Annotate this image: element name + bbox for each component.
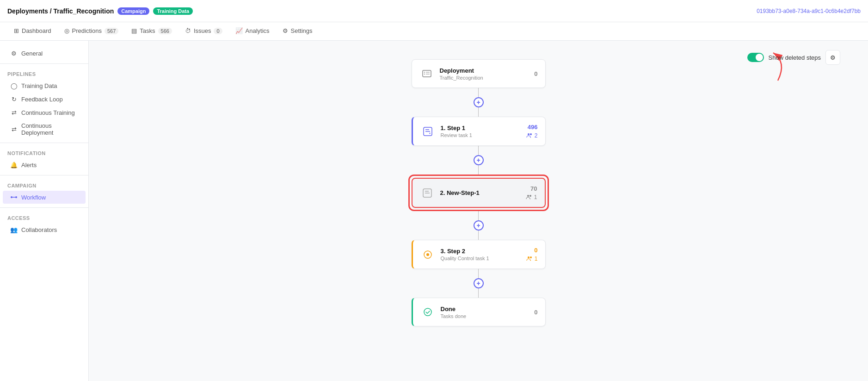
sidebar-cd-label: Continuous Deployment: [21, 122, 78, 136]
tasks-icon: ▤: [131, 27, 137, 34]
done-title: Done: [441, 306, 529, 312]
step3-title: 3. Step 2: [441, 248, 521, 255]
settings-icon: ⚙: [283, 27, 288, 34]
sidebar: ⚙ General Pipelines ◯ Training Data ↻ Fe…: [0, 41, 89, 381]
tasks-count: 566: [158, 28, 172, 34]
workflow-node-step2-deleted[interactable]: 2. New-Step-1 70 1: [412, 178, 546, 208]
step3-icon: [420, 247, 435, 262]
people-icon: 👥: [10, 226, 18, 233]
deployment-content: Deployment Traffic_Recognition: [440, 67, 529, 81]
add-step-button-1[interactable]: +: [474, 97, 484, 107]
tab-tasks[interactable]: ▤ Tasks 566: [125, 22, 179, 40]
topbar: Deployments / Traffic_Recognition Campai…: [0, 0, 868, 22]
add-step-button-3[interactable]: +: [474, 220, 484, 231]
main-content: Show deleted steps ⚙: [89, 41, 868, 381]
svg-point-12: [528, 133, 529, 135]
svg-point-18: [529, 195, 531, 197]
step1-content: 1. Step 1 Review task 1: [441, 125, 521, 138]
tab-issues[interactable]: ⏱ Issues 0: [179, 22, 229, 40]
show-deleted-label: Show deleted steps: [769, 54, 821, 61]
sidebar-divider-4: [0, 207, 88, 208]
svg-point-0: [11, 196, 12, 198]
sidebar-item-collaborators[interactable]: 👥 Collaborators: [3, 223, 86, 236]
tab-settings[interactable]: ⚙ Settings: [276, 22, 319, 40]
nav-tabs: ⊞ Dashboard ◎ Predictions 567 ▤ Tasks 56…: [0, 22, 868, 41]
add-step-button-2[interactable]: +: [474, 155, 484, 165]
grid-icon: ⊞: [14, 27, 19, 34]
show-deleted-bar: Show deleted steps ⚙: [747, 50, 840, 65]
sidebar-item-workflow[interactable]: Workflow: [3, 191, 86, 204]
deployment-id[interactable]: 0193bb73-a0e8-734a-a9c1-0c6b4e2df7bb: [757, 8, 861, 14]
done-content: Done Tasks done: [441, 306, 529, 319]
circle-icon: ◯: [10, 82, 18, 89]
general-icon: ⚙: [10, 50, 18, 57]
svg-rect-4: [423, 70, 431, 77]
sidebar-item-feedback-loop[interactable]: ↻ Feedback Loop: [3, 93, 86, 106]
step2-users: 1: [526, 194, 537, 200]
sidebar-item-alerts[interactable]: 🔔 Alerts: [3, 158, 86, 171]
sidebar-section-pipelines: Pipelines: [0, 68, 88, 79]
svg-point-21: [528, 256, 529, 258]
deleted-step-wrapper: 2. New-Step-1 70 1: [408, 175, 549, 211]
training-badge: Training Data: [153, 7, 193, 15]
campaign-badge: Campaign: [117, 7, 149, 15]
step2-content: 2. New-Step-1: [440, 189, 520, 196]
svg-point-23: [424, 308, 431, 316]
workflow-node-done[interactable]: Done Tasks done 0: [412, 298, 546, 326]
sidebar-ct-label: Continuous Training: [21, 109, 75, 116]
tab-issues-label: Issues: [194, 27, 211, 34]
svg-point-7: [424, 74, 425, 75]
connector-line-3b: [478, 231, 479, 240]
workflow-node-step3[interactable]: 3. Step 2 Quality Control task 1 0 1: [412, 240, 546, 269]
step2-count: 70: [530, 185, 537, 192]
sidebar-section-access: Access: [0, 212, 88, 223]
workflow-settings-button[interactable]: ⚙: [825, 50, 840, 65]
step3-meta: 0 1: [526, 247, 538, 262]
tab-analytics-label: Analytics: [246, 27, 270, 34]
workflow-icon: [10, 194, 18, 201]
done-count: 0: [534, 309, 537, 316]
connector-line-4b: [478, 288, 479, 298]
add-step-button-4[interactable]: +: [474, 278, 484, 288]
show-deleted-toggle[interactable]: [747, 53, 764, 62]
bell-icon: 🔔: [10, 161, 18, 169]
sidebar-divider-2: [0, 143, 88, 143]
sidebar-training-label: Training Data: [21, 82, 57, 89]
sidebar-item-continuous-training[interactable]: ⇄ Continuous Training: [3, 106, 86, 119]
svg-point-13: [530, 133, 532, 135]
sidebar-item-continuous-deployment[interactable]: ⇄ Continuous Deployment: [3, 119, 86, 139]
sidebar-feedback-label: Feedback Loop: [21, 96, 63, 103]
breadcrumb: Deployments / Traffic_Recognition: [7, 7, 114, 15]
toggle-knob: [756, 54, 763, 61]
connector-line-4a: [478, 269, 479, 278]
tab-analytics[interactable]: 📈 Analytics: [229, 22, 276, 40]
connector-line-2a: [478, 146, 479, 155]
tab-predictions-label: Predictions: [72, 27, 102, 34]
sidebar-divider-3: [0, 175, 88, 175]
sidebar-workflow-label: Workflow: [21, 194, 46, 201]
step1-title: 1. Step 1: [441, 125, 521, 131]
breadcrumb-project: Traffic_Recognition: [54, 7, 114, 15]
deployment-icon: [419, 66, 434, 81]
step1-count: 496: [528, 124, 538, 131]
sidebar-item-training-data[interactable]: ◯ Training Data: [3, 79, 86, 92]
workflow-node-step1[interactable]: 1. Step 1 Review task 1 496 2: [412, 117, 546, 146]
workflow-node-deployment[interactable]: Deployment Traffic_Recognition 0: [412, 59, 546, 88]
connector-4: +: [474, 269, 484, 298]
step1-icon: [420, 124, 435, 139]
step3-users: 1: [526, 256, 538, 262]
step3-content: 3. Step 2 Quality Control task 1: [441, 248, 521, 261]
sidebar-item-general[interactable]: ⚙ General: [3, 47, 86, 60]
step1-meta: 496 2: [526, 124, 538, 139]
deployment-subtitle: Traffic_Recognition: [440, 75, 529, 81]
done-icon: [420, 305, 435, 319]
breadcrumb-separator: /: [50, 7, 54, 15]
sidebar-section-notification: Notification: [0, 147, 88, 158]
deployment-meta: 0: [534, 70, 537, 77]
sidebar-divider-1: [0, 63, 88, 64]
connector-2: +: [474, 146, 484, 175]
tab-predictions[interactable]: ◎ Predictions 567: [58, 22, 125, 40]
workflow-canvas: Deployment Traffic_Recognition 0 +: [89, 41, 868, 365]
connector-line-1b: [478, 107, 479, 117]
tab-dashboard[interactable]: ⊞ Dashboard: [7, 22, 58, 40]
